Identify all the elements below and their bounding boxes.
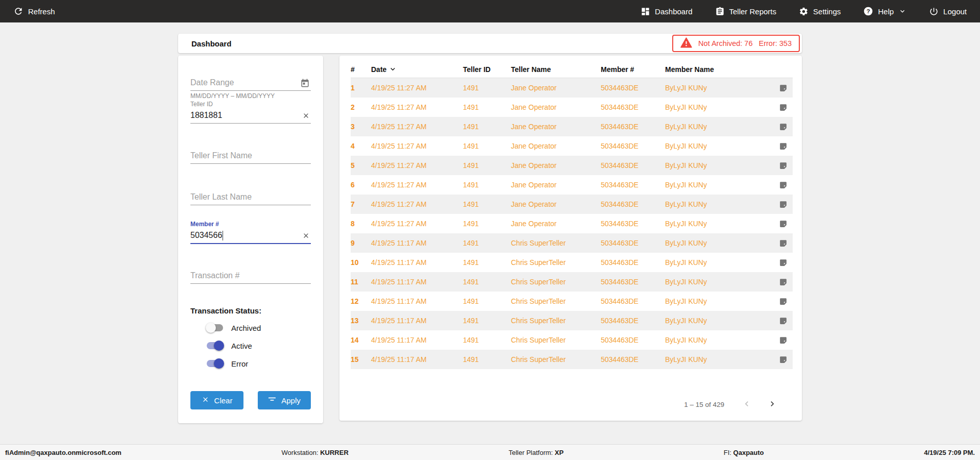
cell-num: 13 <box>351 317 371 325</box>
table-row[interactable]: 74/19/25 11:27 AM1491Jane Operator503446… <box>351 195 793 214</box>
toggle-error[interactable] <box>206 358 224 369</box>
cell-teller-name: Jane Operator <box>511 161 601 170</box>
cell-date: 4/19/25 11:17 AM <box>371 297 463 305</box>
cell-member-name: ByLyJI KUNy <box>665 200 770 208</box>
note-icon[interactable] <box>778 219 789 229</box>
table-row[interactable]: 54/19/25 11:27 AM1491Jane Operator503446… <box>351 156 793 175</box>
cell-member-number: 5034463DE <box>601 181 665 189</box>
note-icon[interactable] <box>778 180 789 190</box>
previous-page-button[interactable] <box>740 397 754 413</box>
nav-item-label: Teller Reports <box>729 7 777 16</box>
help-icon: ? <box>863 6 873 16</box>
table-row[interactable]: 34/19/25 11:27 AM1491Jane Operator503446… <box>351 117 793 136</box>
teller-id-input[interactable] <box>190 108 301 123</box>
cell-num: 3 <box>351 123 371 131</box>
cell-teller-name: Jane Operator <box>511 103 601 111</box>
cell-teller-id: 1491 <box>463 84 511 92</box>
clear-teller-id-icon[interactable] <box>301 111 311 120</box>
toggle-row-archived: Archived <box>206 323 311 333</box>
note-icon[interactable] <box>778 238 789 249</box>
sort-down-icon <box>388 65 397 74</box>
nav-item-teller-reports[interactable]: Teller Reports <box>715 7 777 16</box>
table-row[interactable]: 134/19/25 11:17 AM1491Chris SuperTeller5… <box>351 311 793 330</box>
note-icon[interactable] <box>778 296 789 307</box>
clear-member-number-icon[interactable] <box>301 231 311 240</box>
teller-reports-icon <box>715 7 725 16</box>
cell-teller-name: Chris SuperTeller <box>511 278 601 286</box>
cell-date: 4/19/25 11:27 AM <box>371 84 463 92</box>
cell-teller-id: 1491 <box>463 336 511 344</box>
toggle-row-error: Error <box>206 358 311 369</box>
column-header-date[interactable]: Date <box>371 65 463 74</box>
table-row[interactable]: 104/19/25 11:17 AM1491Chris SuperTeller5… <box>351 253 793 272</box>
teller-last-name-input[interactable] <box>190 189 311 205</box>
teller-last-name-field <box>190 189 311 205</box>
table-row[interactable]: 14/19/25 11:27 AM1491Jane Operator503446… <box>351 78 793 98</box>
note-icon[interactable] <box>778 160 789 171</box>
cell-date: 4/19/25 11:17 AM <box>371 239 463 247</box>
cell-teller-id: 1491 <box>463 181 511 189</box>
cell-teller-name: Jane Operator <box>511 123 601 131</box>
cell-date: 4/19/25 11:17 AM <box>371 258 463 267</box>
column-header-member-name[interactable]: Member Name <box>665 65 770 74</box>
table-row[interactable]: 64/19/25 11:27 AM1491Jane Operator503446… <box>351 175 793 195</box>
table-row[interactable]: 24/19/25 11:27 AM1491Jane Operator503446… <box>351 98 793 117</box>
cell-date: 4/19/25 11:17 AM <box>371 278 463 286</box>
cell-teller-name: Chris SuperTeller <box>511 336 601 344</box>
toggle-archived[interactable] <box>206 323 224 333</box>
cell-member-name: ByLyJI KUNy <box>665 161 770 170</box>
table-row[interactable]: 114/19/25 11:17 AM1491Chris SuperTeller5… <box>351 272 793 292</box>
note-icon[interactable] <box>778 316 789 326</box>
table-row[interactable]: 154/19/25 11:17 AM1491Chris SuperTeller5… <box>351 350 793 369</box>
apply-button[interactable]: Apply <box>258 391 311 409</box>
note-icon[interactable] <box>778 122 789 132</box>
table-row[interactable]: 84/19/25 11:27 AM1491Jane Operator503446… <box>351 214 793 233</box>
cell-teller-id: 1491 <box>463 355 511 364</box>
nav-item-logout[interactable]: Logout <box>929 7 967 16</box>
refresh-button[interactable]: Refresh <box>13 6 55 16</box>
transaction-number-input[interactable] <box>190 268 311 283</box>
note-icon[interactable] <box>778 335 789 346</box>
cell-member-number: 5034463DE <box>601 220 665 228</box>
note-icon[interactable] <box>778 102 789 113</box>
column-header-[interactable]: # <box>351 65 371 74</box>
cell-member-name: ByLyJI KUNy <box>665 142 770 150</box>
member-number-input[interactable]: 5034566 <box>190 228 301 243</box>
table-row[interactable]: 44/19/25 11:27 AM1491Jane Operator503446… <box>351 136 793 156</box>
note-icon[interactable] <box>778 257 789 268</box>
note-icon[interactable] <box>778 277 789 287</box>
note-icon[interactable] <box>778 83 789 93</box>
table-row[interactable]: 124/19/25 11:17 AM1491Chris SuperTeller5… <box>351 292 793 311</box>
cell-num: 14 <box>351 336 371 344</box>
table-row[interactable]: 94/19/25 11:17 AM1491Chris SuperTeller50… <box>351 233 793 253</box>
table-row[interactable]: 144/19/25 11:17 AM1491Chris SuperTeller5… <box>351 330 793 350</box>
cell-date: 4/19/25 11:27 AM <box>371 142 463 150</box>
cell-teller-name: Chris SuperTeller <box>511 317 601 325</box>
cell-member-name: ByLyJI KUNy <box>665 239 770 247</box>
teller-first-name-input[interactable] <box>190 148 311 163</box>
cell-num: 6 <box>351 181 371 189</box>
cell-member-number: 5034463DE <box>601 355 665 364</box>
nav-item-dashboard[interactable]: Dashboard <box>641 7 692 16</box>
cell-num: 10 <box>351 258 371 267</box>
column-header-teller-id[interactable]: Teller ID <box>463 65 511 74</box>
note-icon[interactable] <box>778 141 789 152</box>
column-header-teller-name[interactable]: Teller Name <box>511 65 601 74</box>
note-icon[interactable] <box>778 199 789 210</box>
column-header-member[interactable]: Member # <box>601 65 665 74</box>
note-icon[interactable] <box>778 354 789 365</box>
clear-button[interactable]: Clear <box>190 391 243 409</box>
toggle-active[interactable] <box>206 341 224 351</box>
cell-date: 4/19/25 11:27 AM <box>371 200 463 208</box>
calendar-icon[interactable] <box>299 77 311 89</box>
nav-item-help[interactable]: ?Help <box>863 6 906 16</box>
cell-member-number: 5034463DE <box>601 239 665 247</box>
cell-member-name: ByLyJI KUNy <box>665 297 770 305</box>
cell-teller-id: 1491 <box>463 103 511 111</box>
date-range-input[interactable] <box>190 75 299 90</box>
chevron-down-icon <box>898 7 906 15</box>
next-page-button[interactable] <box>765 397 779 413</box>
cell-num: 15 <box>351 355 371 364</box>
cell-member-number: 5034463DE <box>601 336 665 344</box>
nav-item-settings[interactable]: Settings <box>799 7 841 16</box>
